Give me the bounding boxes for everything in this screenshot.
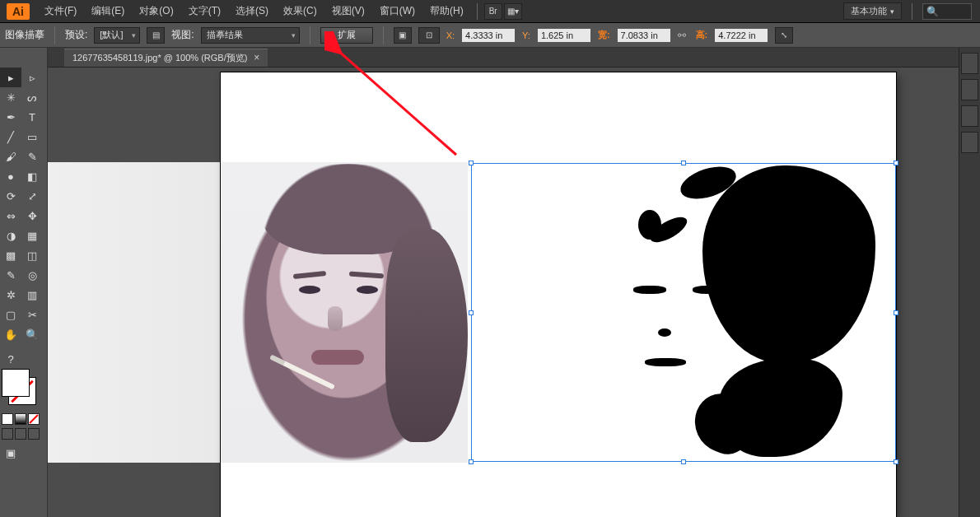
- menu-bar: Ai 文件(F) 编辑(E) 对象(O) 文字(T) 选择(S) 效果(C) 视…: [0, 0, 980, 23]
- hand-tool[interactable]: ✋: [0, 324, 21, 344]
- x-field[interactable]: 4.3333 in: [461, 28, 516, 43]
- separator: [477, 3, 478, 20]
- rectangle-tool[interactable]: ▭: [21, 127, 43, 147]
- transform-icon[interactable]: ▣: [394, 27, 412, 44]
- document-tab-bar: 12677635458119.jpg* @ 100% (RGB/预览) ×: [0, 48, 980, 68]
- menu-view[interactable]: 视图(V): [325, 1, 371, 21]
- panel-tab-2[interactable]: [961, 79, 978, 100]
- y-label: Y:: [522, 30, 530, 40]
- arrange-documents-button[interactable]: ▦▾: [504, 3, 522, 20]
- traced-object-selected[interactable]: [471, 163, 896, 462]
- shape-builder-tool[interactable]: ◑: [0, 226, 21, 245]
- menu-effect[interactable]: 效果(C): [277, 1, 324, 21]
- line-tool[interactable]: ╱: [0, 127, 21, 147]
- workspace-switcher[interactable]: 基本功能 ▾: [843, 2, 902, 20]
- reference-point-icon[interactable]: ⊡: [418, 27, 440, 44]
- type-tool[interactable]: T: [21, 107, 43, 127]
- handle-mid-left[interactable]: [469, 310, 474, 315]
- menu-object[interactable]: 对象(O): [133, 1, 180, 21]
- draw-normal[interactable]: [2, 428, 13, 440]
- eraser-tool[interactable]: ◧: [21, 166, 43, 186]
- tools-panel: ▸▹✳ᔕ✒T╱▭🖌✎●◧⟳⤢⇔✥◑▦▩◫✎◎✲▥▢✂✋🔍 ? ▣: [0, 48, 48, 517]
- fill-swatch[interactable]: [2, 369, 30, 397]
- control-bar: 图像描摹 预设: [默认] ▤ 视图: 描摹结果 扩展 ▣ ⊡ X: 4.333…: [0, 23, 980, 48]
- direct-selection-tool[interactable]: ▹: [21, 68, 43, 87]
- perspective-grid-tool[interactable]: ▦: [21, 226, 43, 245]
- menu-help[interactable]: 帮助(H): [423, 1, 470, 21]
- handle-top-left[interactable]: [469, 161, 474, 165]
- pen-tool[interactable]: ✒: [0, 107, 21, 127]
- lasso-tool[interactable]: ᔕ: [21, 87, 43, 107]
- height-field[interactable]: 4.7222 in: [714, 28, 768, 43]
- mesh-tool[interactable]: ▩: [0, 245, 21, 265]
- question-tool[interactable]: ?: [0, 349, 21, 369]
- handle-bottom-mid[interactable]: [681, 459, 686, 464]
- separator: [310, 26, 310, 44]
- artboard-tool[interactable]: ▢: [0, 305, 21, 324]
- handle-bottom-left[interactable]: [469, 459, 474, 464]
- screen-mode-row: [0, 428, 47, 440]
- gradient-tool[interactable]: ◫: [21, 245, 43, 265]
- handle-top-right[interactable]: [894, 161, 898, 165]
- free-transform-tool[interactable]: ✥: [21, 206, 43, 226]
- separator: [912, 3, 912, 20]
- zoom-tool[interactable]: 🔍: [21, 324, 43, 344]
- source-photo[interactable]: [221, 162, 468, 463]
- selection-tool[interactable]: ▸: [0, 68, 21, 87]
- blend-tool[interactable]: ◎: [21, 265, 43, 285]
- chevron-down-icon: ▾: [890, 7, 894, 16]
- constrain-icon[interactable]: ⤡: [775, 27, 793, 44]
- magic-wand-tool[interactable]: ✳: [0, 87, 21, 107]
- color-mode-none[interactable]: [28, 413, 40, 425]
- menu-file[interactable]: 文件(F): [38, 1, 83, 21]
- blob-brush-tool[interactable]: ●: [0, 166, 21, 186]
- panel-tab-3[interactable]: [961, 105, 978, 127]
- panel-tab-4[interactable]: [961, 132, 978, 153]
- panel-name: 图像描摹: [5, 28, 44, 42]
- search-input[interactable]: 🔍: [922, 3, 972, 20]
- preset-dropdown[interactable]: [默认]: [94, 27, 140, 44]
- h-value: 4.7222 in: [718, 30, 755, 40]
- close-tab-icon[interactable]: ×: [254, 52, 259, 63]
- color-mode-gradient[interactable]: [15, 413, 26, 425]
- view-label: 视图:: [171, 28, 194, 42]
- width-tool[interactable]: ⇔: [0, 206, 21, 226]
- scale-tool[interactable]: ⤢: [21, 186, 43, 206]
- x-value: 4.3333 in: [465, 30, 502, 40]
- link-wh-icon[interactable]: ⚯: [678, 30, 689, 41]
- menu-edit[interactable]: 编辑(E): [85, 1, 131, 21]
- right-panel-strip: [959, 48, 980, 517]
- rotate-tool[interactable]: ⟳: [0, 186, 21, 206]
- w-label: 宽:: [598, 29, 610, 41]
- color-mode-solid[interactable]: [2, 413, 13, 425]
- canvas[interactable]: [48, 68, 957, 517]
- bridge-button[interactable]: Br: [484, 3, 502, 20]
- pasteboard-image-left: [48, 162, 221, 463]
- column-graph-tool[interactable]: ▥: [21, 285, 43, 305]
- menu-window[interactable]: 窗口(W): [373, 1, 422, 21]
- menu-select[interactable]: 选择(S): [229, 1, 275, 21]
- menu-type[interactable]: 文字(T): [182, 1, 227, 21]
- separator: [54, 26, 55, 44]
- view-dropdown[interactable]: 描摹结果: [201, 27, 300, 44]
- paintbrush-tool[interactable]: 🖌: [0, 147, 21, 166]
- trace-panel-button[interactable]: ▤: [147, 27, 165, 44]
- slice-tool[interactable]: ✂: [21, 305, 43, 324]
- document-tab[interactable]: 12677635458119.jpg* @ 100% (RGB/预览) ×: [64, 49, 268, 67]
- fill-stroke-swatch[interactable]: [5, 374, 41, 410]
- eyedropper-tool[interactable]: ✎: [0, 265, 21, 285]
- pencil-tool[interactable]: ✎: [21, 147, 43, 166]
- color-mode-row: [0, 413, 47, 425]
- draw-behind[interactable]: [15, 428, 26, 440]
- preset-value: [默认]: [100, 29, 123, 41]
- handle-bottom-right[interactable]: [894, 459, 898, 464]
- symbol-sprayer-tool[interactable]: ✲: [0, 285, 21, 305]
- draw-inside[interactable]: [28, 428, 40, 440]
- y-field[interactable]: 1.625 in: [537, 28, 591, 43]
- handle-mid-right[interactable]: [894, 310, 898, 315]
- expand-button[interactable]: 扩展: [320, 27, 373, 44]
- screen-mode-button[interactable]: ▣: [0, 443, 21, 463]
- panel-tab-1[interactable]: [961, 53, 978, 74]
- handle-top-mid[interactable]: [681, 161, 686, 165]
- width-field[interactable]: 7.0833 in: [617, 28, 671, 43]
